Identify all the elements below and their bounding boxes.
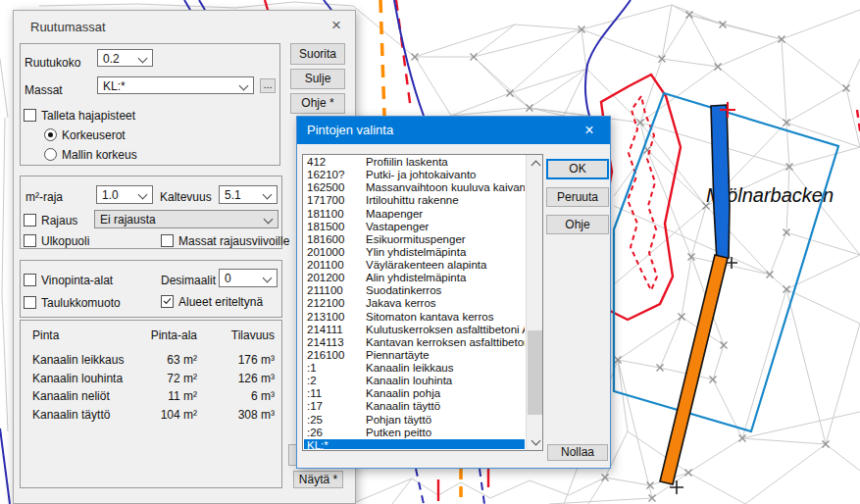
list-item-code: 212100 [307,297,344,310]
list-item-name: Kanaalin täyttö [366,400,440,413]
pintojen-valinta-titlebar[interactable]: Pintojen valinta × [297,117,610,144]
sulje-button[interactable]: Sulje [290,69,345,89]
list-item[interactable]: 213100Sitomaton kantava kerros [304,311,525,324]
scroll-down-icon[interactable] [527,433,543,450]
list-item-code: 201000 [307,246,344,259]
utility-lines-bottom [416,469,488,504]
close-icon[interactable]: × [573,117,606,144]
col-tilavuus: Tilavuus [206,328,275,342]
peruuta-button[interactable]: Peruuta [546,187,609,207]
list-item-selected[interactable]: KL:* [304,439,525,449]
list-item-code: 216100 [307,349,344,362]
blue-area-strip [711,105,730,261]
list-item-name: Kanaalin pohja [366,387,440,400]
list-item[interactable]: 201200Alin yhdistelmäpinta [304,272,525,284]
list-item[interactable]: :11Kanaalin pohja [304,387,525,400]
pintojen-valinta-title: Pintojen valinta [307,123,393,137]
list-item-name: Kanaalin louhinta [366,375,452,387]
list-item-name: Kulutuskerroksen asfalttibetoni AB [366,324,525,336]
massat-browse-button[interactable]: ... [260,78,276,93]
list-item[interactable]: 171700Irtilouhittu rakenne [304,194,525,207]
chevron-down-icon[interactable] [239,81,249,91]
massat-combobox[interactable]: KL:* [97,76,254,94]
desimaalit-combobox[interactable]: 0 [219,269,278,287]
talleta-hajapisteet-label: Talleta hajapisteet [41,109,135,123]
rajaus-combobox[interactable]: Ei rajausta [94,210,278,228]
list-item[interactable]: 181600Esikuormituspenger [304,233,525,246]
suorita-button[interactable]: Suorita [290,43,345,65]
chevron-down-icon[interactable] [264,215,274,225]
list-item-code: :1 [307,362,317,375]
alueet-eriteltyna-checkbox[interactable] [161,295,174,308]
application-window: Mjölnarbacken Ruutumassat × Ruutukoko 0.… [0,0,860,504]
rajaus-label: Rajaus [41,214,77,227]
alueet-eriteltyna-label: Alueet eriteltynä [178,295,263,309]
list-item[interactable]: :25Pohjan täyttö [304,414,525,427]
list-item[interactable]: :17Kanaalin täyttö [304,400,525,413]
list-item[interactable]: 214113Kantavan kerroksen asfalttibetoni [304,336,525,349]
list-item[interactable]: 212100Jakava kerros [304,297,525,310]
list-item-code: :17 [307,400,323,413]
m2raja-value: 1.0 [102,188,119,202]
ohje-button2[interactable]: Ohje [546,215,609,234]
close-icon[interactable]: × [324,13,349,38]
ruutumassat-titlebar[interactable]: Ruutumassat × [14,11,355,42]
ruutukoko-combobox[interactable]: 0.2 [97,49,153,67]
list-item[interactable]: 16210?Putki- ja johtokaivanto [304,169,525,181]
chevron-down-icon[interactable] [263,274,273,283]
list-item-name: Suodatinkerros [366,284,441,297]
list-item-code: 201200 [307,272,344,284]
col-pinta-ala: Pinta-ala [79,328,197,342]
talleta-hajapisteet-checkbox[interactable] [24,109,36,122]
list-item[interactable]: 162500Massanvaihtoon kuuluva kaivanto [304,181,525,194]
list-item-code: 181100 [307,208,344,221]
table-row: Kanaalin louhinta72 m²126 m³ [32,372,276,385]
table-header-row: Pinta Pinta-ala Tilavuus [32,328,276,342]
list-item[interactable]: 211100Suodatinkerros [304,284,525,297]
list-item[interactable]: :1Kanaalin leikkaus [304,362,525,375]
chevron-down-icon[interactable] [138,54,148,64]
ok-button[interactable]: OK [546,159,609,179]
list-item[interactable]: 214111Kulutuskerroksen asfalttibetoni AB [304,324,525,336]
m2raja-label: m²-raja [25,190,63,204]
ulkopuoli-label: Ulkopuoli [41,234,89,248]
surface-listbox[interactable]: 412Profiilin laskenta16210?Putki- ja joh… [302,154,543,451]
massat-label: Massat [25,83,63,97]
list-item[interactable]: 181500Vastapenger [304,221,525,233]
list-item-name: Sitomaton kantava kerros [366,311,493,324]
nayta-button[interactable]: Näytä * [293,471,343,488]
mallin-korkeus-radio[interactable] [44,148,57,161]
korkeuserot-label: Korkeuserot [62,128,126,142]
scrollbar-thumb[interactable] [528,330,542,415]
chevron-down-icon[interactable] [263,190,273,200]
taulukkomuoto-checkbox[interactable] [24,296,36,309]
table-cell: 6 m³ [206,389,275,403]
red-dashed-line [396,0,411,110]
chevron-down-icon[interactable] [138,190,148,200]
list-item[interactable]: :26Putken peitto [304,427,525,439]
col-pinta: Pinta [32,328,59,342]
list-item-name: Putken peitto [366,427,431,439]
list-item[interactable]: :2Kanaalin louhinta [304,375,525,387]
list-item[interactable]: 412Profiilin laskenta [304,156,525,169]
list-item-name: Kantavan kerroksen asfalttibetoni [366,336,525,349]
vinopinta-alat-checkbox[interactable] [24,274,36,286]
ulkopuoli-checkbox[interactable] [24,234,36,247]
list-item-name: Maapenger [366,208,423,221]
list-item[interactable]: 216100Piennartäyte [304,349,525,362]
ruutumassat-title: Ruutumassat [30,20,106,34]
list-item[interactable]: 201100Väylärakenteen alapinta [304,259,525,272]
rajaus-checkbox[interactable] [24,214,36,227]
scrollbar[interactable] [526,155,542,450]
nollaa-button[interactable]: Nollaa [547,444,608,461]
massat-rajausviivoille-checkbox[interactable] [161,234,174,247]
ohje-button[interactable]: Ohje * [290,93,345,114]
scroll-up-icon[interactable] [527,155,543,172]
korkeuserot-radio[interactable] [44,128,57,141]
table-cell: 104 m² [79,408,197,422]
list-item[interactable]: 181100Maapenger [304,208,525,221]
m2raja-combobox[interactable]: 1.0 [96,185,153,204]
kaltevuus-combobox[interactable]: 5.1 [219,185,278,204]
table-cell: 11 m² [79,389,197,403]
list-item[interactable]: 201000Ylin yhdistelmäpinta [304,246,525,259]
